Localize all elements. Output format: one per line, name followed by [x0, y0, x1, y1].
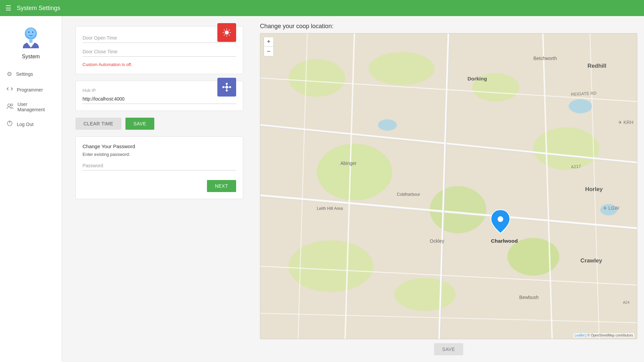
sidebar-item-user-management[interactable]: User Management [0, 98, 62, 116]
sidebar-item-programmer[interactable]: Programmer [0, 82, 62, 98]
save-button[interactable]: SAVE [125, 118, 154, 130]
svg-text:✈ LGW: ✈ LGW [603, 205, 620, 211]
door-close-time-input[interactable] [83, 47, 236, 57]
password-card-title: Change Your Password [83, 143, 236, 149]
svg-point-31 [317, 144, 392, 200]
svg-text:Horley: Horley [585, 186, 603, 192]
password-input[interactable] [83, 161, 236, 171]
clear-time-button[interactable]: CLEAR TIME [75, 118, 121, 130]
svg-text:A24: A24 [623, 300, 630, 304]
main-layout: System ⚙ Settings Programmer [0, 16, 644, 362]
svg-point-36 [394, 278, 455, 311]
svg-point-29 [369, 52, 435, 85]
door-open-time-input[interactable] [83, 33, 236, 43]
zoom-in-button[interactable]: + [264, 37, 273, 47]
sidebar-nav: ⚙ Settings Programmer [0, 66, 62, 132]
svg-text:Redhill: Redhill [588, 63, 606, 69]
svg-text:Charlwood: Charlwood [491, 238, 518, 244]
sidebar: System ⚙ Settings Programmer [0, 16, 62, 362]
sidebar-item-logout[interactable]: Log Out [0, 116, 62, 132]
content-area: Custom Automation is off. [62, 16, 644, 362]
menu-icon[interactable]: ☰ [5, 4, 11, 12]
users-icon [7, 103, 13, 111]
svg-point-1 [26, 28, 36, 38]
svg-point-2 [28, 32, 30, 33]
svg-text:Bewbush: Bewbush [519, 295, 539, 300]
sidebar-username: System [22, 54, 40, 60]
svg-point-9 [225, 31, 229, 35]
topbar-title: System Settings [17, 5, 60, 12]
svg-point-37 [378, 119, 397, 131]
svg-point-32 [430, 186, 486, 233]
password-card: Change Your Password Enter existing pass… [75, 136, 243, 199]
existing-password-label: Enter existing password: [83, 152, 236, 157]
svg-point-21 [226, 83, 228, 85]
svg-point-34 [533, 127, 599, 170]
leaflet-link[interactable]: Leaflet [575, 334, 585, 337]
automation-icon [217, 23, 236, 42]
svg-text:Betchworth: Betchworth [533, 56, 557, 61]
svg-text:✈ KRH: ✈ KRH [618, 120, 634, 125]
svg-text:Dorking: Dorking [468, 76, 487, 81]
sidebar-item-settings-label: Settings [16, 71, 33, 77]
settings-icon: ⚙ [7, 70, 12, 78]
topbar: ☰ System Settings [0, 0, 644, 16]
action-button-row: CLEAR TIME SAVE [75, 118, 243, 130]
map-svg: REIGATE RD A217 A24 Redhill Betchworth D… [260, 34, 637, 339]
map-title: Change your coop location: [260, 23, 637, 30]
hub-ip-label: Hub IP [83, 88, 236, 93]
svg-point-3 [32, 32, 34, 33]
svg-point-5 [8, 104, 10, 107]
map-save-row: SAVE [260, 339, 637, 355]
svg-line-16 [229, 30, 229, 31]
svg-text:Crawley: Crawley [581, 257, 602, 264]
svg-point-18 [225, 86, 228, 88]
automation-status: Custom Automation is off. [83, 62, 236, 67]
svg-line-17 [224, 35, 225, 35]
svg-point-20 [229, 86, 231, 88]
svg-point-6 [11, 104, 13, 106]
svg-point-38 [569, 99, 592, 113]
svg-text:Coldharbour: Coldharbour [397, 192, 420, 197]
svg-text:A217: A217 [571, 164, 581, 170]
hub-icon [217, 78, 236, 97]
programmer-icon [7, 86, 13, 94]
map-save-button[interactable]: SAVE [434, 343, 463, 355]
left-panel: Custom Automation is off. [62, 16, 257, 362]
avatar [17, 24, 44, 51]
svg-point-70 [497, 216, 503, 222]
automation-card: Custom Automation is off. [75, 26, 243, 74]
map-container[interactable]: REIGATE RD A217 A24 Redhill Betchworth D… [260, 33, 637, 339]
right-panel: Change your coop location: [257, 16, 644, 362]
svg-point-19 [222, 86, 224, 88]
logout-icon [7, 120, 13, 128]
hub-card: Hub IP [75, 81, 243, 111]
map-zoom-controls: + − [264, 37, 274, 56]
svg-point-28 [288, 59, 345, 97]
map-attribution: Leaflet | © OpenStreetMap contributors [573, 333, 634, 338]
hub-ip-input[interactable] [83, 94, 236, 104]
svg-text:Leith Hill Area: Leith Hill Area [317, 206, 343, 211]
svg-text:Abinger: Abinger [340, 161, 357, 166]
svg-text:Ockley: Ockley [430, 238, 444, 244]
svg-rect-4 [29, 39, 33, 43]
sidebar-item-programmer-label: Programmer [17, 87, 43, 93]
zoom-out-button[interactable]: − [264, 47, 273, 56]
svg-line-15 [229, 35, 229, 35]
svg-line-14 [224, 30, 225, 31]
sidebar-item-logout-label: Log Out [17, 122, 34, 127]
sidebar-item-settings[interactable]: ⚙ Settings [0, 66, 62, 82]
next-button[interactable]: NEXT [207, 180, 236, 192]
svg-point-22 [226, 89, 228, 92]
sidebar-item-user-management-label: User Management [17, 102, 55, 112]
